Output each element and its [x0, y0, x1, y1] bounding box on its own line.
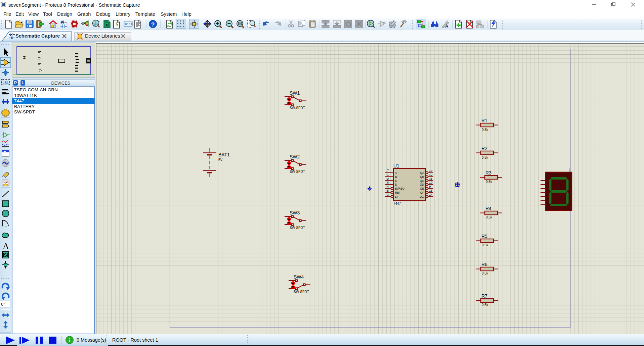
svg-text:ROOT - Root sheet 1: ROOT - Root sheet 1: [112, 337, 158, 343]
svg-text:A: A: [3, 241, 9, 251]
svg-text:R7: R7: [481, 293, 487, 299]
svg-text:R6: R6: [481, 262, 487, 267]
svg-text:0.5k: 0.5k: [482, 243, 488, 247]
svg-text:?: ?: [151, 21, 155, 28]
svg-text:5: 5: [387, 189, 389, 192]
svg-text:4: 4: [387, 185, 389, 188]
svg-text:A: A: [395, 171, 397, 175]
svg-text:QF: QF: [420, 191, 424, 194]
svg-text:BI/RBO: BI/RBO: [395, 187, 404, 190]
svg-text:R4: R4: [485, 206, 491, 211]
svg-text:RBI: RBI: [395, 191, 400, 194]
svg-text:7: 7: [387, 169, 389, 172]
svg-text:B: B: [395, 176, 397, 179]
svg-text:0°: 0°: [1, 302, 5, 307]
svg-text:0.5k: 0.5k: [486, 215, 492, 219]
svg-text:LBL: LBL: [3, 81, 9, 85]
svg-text:QD: QD: [420, 183, 424, 186]
svg-text:2: 2: [387, 177, 389, 181]
svg-text:3: 3: [387, 193, 389, 196]
svg-text:0.5k: 0.5k: [486, 180, 492, 184]
svg-text:$: $: [116, 21, 118, 27]
svg-text:QG: QG: [420, 195, 424, 198]
svg-text:BAT1: BAT1: [218, 152, 230, 157]
svg-text:A: A: [445, 23, 448, 29]
svg-text:0.5k: 0.5k: [482, 271, 488, 275]
svg-text:0.5k: 0.5k: [482, 156, 488, 159]
svg-text:5V: 5V: [218, 158, 223, 162]
svg-text:13: 13: [429, 169, 432, 172]
svg-text:10: 10: [429, 181, 432, 184]
svg-text:SW-SPDT: SW-SPDT: [290, 170, 305, 174]
svg-text:SW-SPDT: SW-SPDT: [294, 290, 309, 294]
svg-text:i: i: [69, 337, 70, 344]
svg-text:QC: QC: [420, 180, 424, 183]
svg-text:0101: 0101: [125, 23, 132, 26]
svg-text:QA: QA: [420, 171, 424, 175]
svg-text:1: 1: [387, 173, 389, 177]
svg-text:QE: QE: [420, 187, 424, 190]
svg-text:R5: R5: [481, 234, 487, 239]
svg-text:SW3: SW3: [290, 210, 300, 215]
svg-text:14: 14: [429, 193, 432, 196]
svg-text:SW1: SW1: [290, 90, 300, 96]
svg-text:QB: QB: [420, 176, 424, 179]
svg-text:R2: R2: [481, 146, 487, 151]
svg-text:9: 9: [429, 185, 431, 188]
svg-text:12: 12: [429, 173, 432, 177]
svg-text:0.5k: 0.5k: [482, 128, 488, 132]
svg-text:SW-SPDT: SW-SPDT: [290, 106, 305, 110]
svg-text:Device Libraries: Device Libraries: [85, 33, 120, 39]
svg-text:C: C: [395, 180, 397, 183]
svg-text:SW2: SW2: [290, 154, 300, 159]
svg-text:SW-SPDT: SW-SPDT: [290, 226, 305, 230]
svg-text:SW4: SW4: [294, 274, 304, 280]
svg-text:U1: U1: [393, 163, 399, 168]
svg-text:Schematic Capture: Schematic Capture: [15, 33, 60, 39]
svg-text:7447: 7447: [393, 202, 401, 205]
svg-text:0 Message(s): 0 Message(s): [77, 337, 106, 343]
svg-text:15: 15: [429, 189, 432, 192]
svg-text:11: 11: [429, 177, 432, 181]
svg-text:D: D: [395, 183, 397, 186]
svg-text:R3: R3: [485, 170, 491, 176]
svg-text:0.5k: 0.5k: [482, 303, 488, 307]
svg-text:6: 6: [387, 181, 389, 184]
svg-text:R1: R1: [481, 118, 487, 123]
svg-text:LT: LT: [395, 195, 398, 198]
